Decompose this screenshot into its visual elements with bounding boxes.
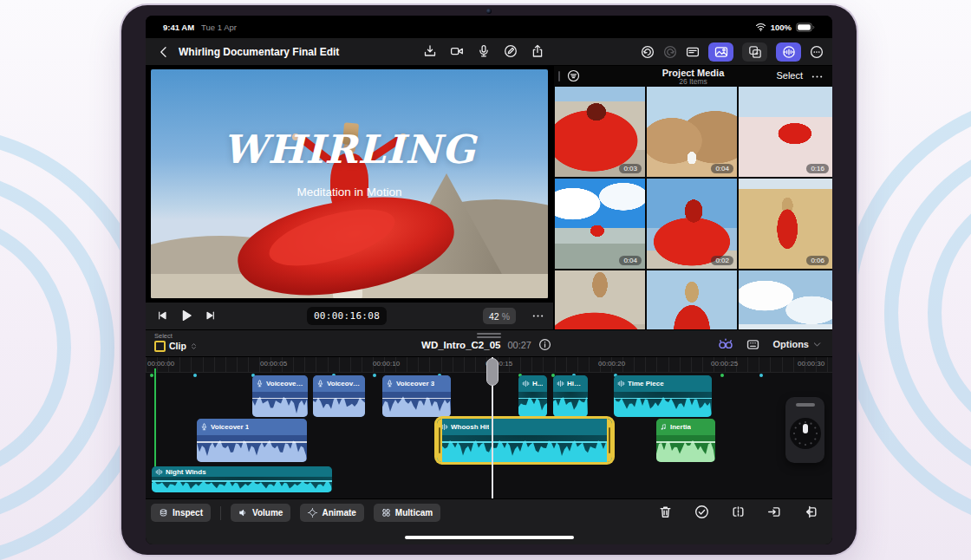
skip-forward-button[interactable] [205, 309, 217, 322]
animate-button[interactable]: Animate [300, 504, 363, 522]
media-thumbnail[interactable] [647, 270, 737, 329]
photos-icon[interactable] [708, 42, 733, 62]
timeline-clip[interactable]: H... [518, 375, 547, 417]
multicam-angles-button[interactable] [746, 337, 760, 352]
timeline-clip[interactable]: Night Winds [152, 466, 332, 492]
chevron-down-icon [812, 340, 822, 349]
timeline-clip[interactable]: Voiceover 1 [197, 419, 307, 462]
effects-icon[interactable] [742, 42, 767, 62]
info-button[interactable] [538, 338, 551, 351]
clip-header: Voiceover 3 [382, 375, 451, 392]
clip-volume-line[interactable] [382, 398, 451, 399]
clip-volume-line[interactable] [614, 398, 712, 399]
timeline-clip[interactable]: High... [553, 375, 588, 417]
jog-grab-bar[interactable] [796, 403, 815, 407]
skip-back-button[interactable] [156, 309, 168, 322]
timeline-clip[interactable]: Whoosh Hit [437, 419, 612, 462]
media-thumbnail[interactable]: 0:02 [647, 179, 737, 269]
volume-button[interactable]: Volume [231, 504, 290, 522]
clip-header: Time Piece [614, 375, 712, 392]
timeline-clip[interactable]: Voiceover 2 [313, 375, 365, 417]
trim-handle-right[interactable] [607, 419, 612, 462]
media-thumbnail[interactable] [739, 270, 832, 329]
clip-volume-line[interactable] [252, 398, 308, 399]
home-indicator[interactable] [405, 536, 574, 540]
options-button[interactable]: Options [772, 339, 822, 349]
toolbar-divider [220, 506, 221, 520]
clip-volume-line[interactable] [656, 441, 715, 442]
clip-volume-line[interactable] [553, 398, 588, 399]
clip-volume-line[interactable] [313, 398, 365, 399]
clip-volume-line[interactable] [518, 398, 547, 399]
inspect-button[interactable]: Inspect [151, 504, 211, 522]
clip-name: High... [567, 380, 584, 387]
play-button[interactable] [179, 309, 193, 322]
media-panel-header: Project Media 26 Items Select [554, 66, 832, 87]
timecode-display[interactable]: 00:00:16:08 [307, 307, 387, 325]
media-thumbnail[interactable]: 0:04 [647, 87, 737, 177]
media-more-button[interactable] [811, 70, 824, 83]
button-label: Multicam [395, 508, 433, 518]
transport-bar: 00:00:16:08 42 % [146, 302, 553, 329]
clip-name: H... [532, 380, 543, 387]
thumbnail-duration: 0:16 [806, 164, 829, 173]
media-thumbnail[interactable]: 0:16 [739, 87, 832, 177]
clip-name: Night Winds [166, 468, 206, 476]
media-thumbnail[interactable] [555, 270, 645, 329]
status-date: Tue 1 Apr [201, 23, 237, 32]
clip-volume-line[interactable] [437, 441, 612, 442]
video-preview[interactable]: WHIRLING Meditation in Motion [151, 69, 548, 298]
wave-icon [522, 380, 530, 387]
microphone-icon [386, 380, 394, 387]
titles-icon[interactable] [686, 45, 700, 59]
wave-icon [557, 380, 564, 387]
trash-icon[interactable] [658, 505, 673, 519]
media-thumbnail[interactable]: 0:06 [739, 179, 832, 269]
viewer-more-button[interactable] [531, 309, 544, 322]
redo-icon[interactable] [663, 45, 677, 59]
media-thumbnail[interactable]: 0:04 [555, 179, 645, 269]
jog-wheel[interactable] [785, 397, 824, 463]
append-point-line [154, 368, 156, 479]
microphone-icon[interactable] [477, 44, 491, 58]
select-mode-control[interactable]: Clip [154, 341, 198, 352]
trim-handle-left[interactable] [437, 419, 442, 462]
media-grid: 0:030:040:160:040:020:06 [554, 87, 832, 329]
insert-icon[interactable] [767, 505, 782, 519]
more-icon[interactable] [810, 45, 824, 59]
camera-icon[interactable] [450, 44, 464, 58]
timeline-clip[interactable]: Voiceover 2 [252, 375, 308, 417]
button-label: Volume [252, 508, 283, 518]
zoom-level-control[interactable]: 42 % [483, 308, 516, 324]
microphone-icon [316, 380, 324, 387]
check-circle-icon[interactable] [694, 505, 709, 519]
clip-volume-line[interactable] [152, 480, 332, 481]
clip-waveform [252, 392, 308, 417]
append-icon[interactable] [804, 505, 818, 519]
timeline-clip[interactable]: Voiceover 3 [382, 375, 451, 417]
clip-marker-dot [373, 374, 376, 377]
playhead-handle[interactable] [486, 358, 499, 386]
connect-icon[interactable] [731, 505, 746, 519]
select-button[interactable]: Select [776, 70, 803, 81]
clip-header: Inertia [656, 419, 715, 435]
jog-dial[interactable] [790, 418, 821, 449]
pencil-circle-icon[interactable] [504, 44, 518, 58]
multicam-button[interactable]: Multicam [374, 504, 440, 522]
enhance-audio-button[interactable] [718, 336, 733, 352]
timeline-clip[interactable]: Inertia [656, 419, 715, 462]
clip-name: Voiceover 2 [327, 380, 362, 387]
toolbar-right-icons [641, 42, 824, 62]
share-icon[interactable] [531, 44, 544, 58]
import-icon[interactable] [423, 44, 437, 58]
voice-icon[interactable] [776, 42, 801, 62]
clip-mode-icon [154, 341, 166, 352]
back-button[interactable] [156, 44, 172, 60]
app-screen: 9:41 AM Tue 1 Apr 100% Whirling Document… [146, 16, 832, 544]
thumbnail-duration: 0:04 [711, 164, 733, 173]
undo-icon[interactable] [641, 45, 655, 59]
status-bar: 9:41 AM Tue 1 Apr 100% [146, 16, 832, 38]
media-thumbnail[interactable]: 0:03 [555, 87, 645, 177]
timeline-clip[interactable]: Time Piece [614, 375, 712, 417]
clip-volume-line[interactable] [197, 441, 307, 442]
